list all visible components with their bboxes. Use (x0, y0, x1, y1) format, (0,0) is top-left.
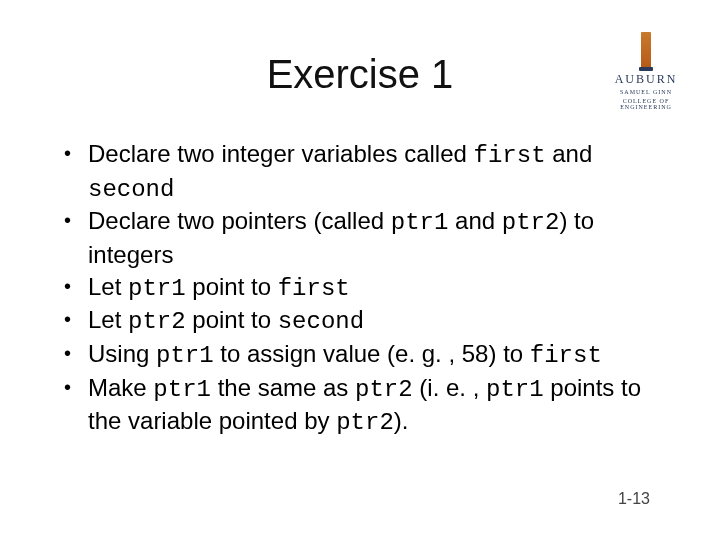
bullet-text: Using (88, 340, 156, 367)
code-span: second (88, 176, 174, 203)
slide-content: Declare two integer variables called fir… (58, 138, 660, 439)
code-span: ptr1 (391, 209, 449, 236)
bullet-item: Let ptr2 point to second (58, 304, 660, 338)
code-span: first (530, 342, 602, 369)
slide: AUBURN SAMUEL GINN COLLEGE OF ENGINEERIN… (0, 0, 720, 540)
code-span: ptr2 (502, 209, 560, 236)
bullet-text: and (448, 207, 501, 234)
logo-sub2: COLLEGE OF ENGINEERING (596, 98, 696, 111)
bullet-text: Make (88, 374, 153, 401)
bullet-text: and (546, 140, 593, 167)
bullet-item: Declare two pointers (called ptr1 and pt… (58, 205, 660, 270)
bullet-text: point to (186, 273, 278, 300)
code-span: ptr1 (153, 376, 211, 403)
bullet-item: Declare two integer variables called fir… (58, 138, 660, 205)
bullet-item: Make ptr1 the same as ptr2 (i. e. , ptr1… (58, 372, 660, 439)
bullet-text: Declare two integer variables called (88, 140, 474, 167)
code-span: first (278, 275, 350, 302)
bullet-text: ). (394, 407, 409, 434)
bullet-text: Let (88, 306, 128, 333)
code-span: ptr1 (486, 376, 544, 403)
bullet-item: Using ptr1 to assign value (e. g. , 58) … (58, 338, 660, 372)
bullet-text: Let (88, 273, 128, 300)
slide-title: Exercise 1 (0, 52, 720, 97)
code-span: ptr1 (156, 342, 214, 369)
bullet-text: (i. e. , (413, 374, 486, 401)
bullet-list: Declare two integer variables called fir… (58, 138, 660, 439)
code-span: ptr2 (355, 376, 413, 403)
bullet-text: point to (186, 306, 278, 333)
bullet-text: Declare two pointers (called (88, 207, 391, 234)
code-span: first (474, 142, 546, 169)
page-number: 1-13 (618, 490, 650, 508)
code-span: ptr2 (128, 308, 186, 335)
bullet-item: Let ptr1 point to first (58, 271, 660, 305)
code-span: ptr2 (336, 409, 394, 436)
bullet-text: to assign value (e. g. , 58) to (214, 340, 530, 367)
code-span: second (278, 308, 364, 335)
bullet-text: the same as (211, 374, 355, 401)
code-span: ptr1 (128, 275, 186, 302)
